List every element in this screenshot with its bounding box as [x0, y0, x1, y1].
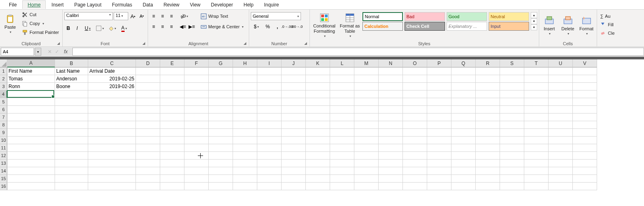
cell-M12[interactable]	[354, 152, 379, 160]
cell-N14[interactable]	[379, 167, 403, 175]
cell-T13[interactable]	[524, 160, 549, 167]
font-color-button[interactable]: A▾	[119, 24, 130, 32]
cell-I6[interactable]	[257, 106, 282, 114]
row-header-8[interactable]: 8	[0, 121, 7, 129]
cell-R10[interactable]	[476, 137, 500, 144]
cell-P11[interactable]	[427, 144, 451, 152]
currency-button[interactable]: $▾	[251, 23, 262, 31]
col-header-E[interactable]: E	[160, 59, 184, 67]
col-header-K[interactable]: K	[306, 59, 330, 67]
cell-L2[interactable]	[330, 75, 354, 83]
cell-F6[interactable]	[184, 106, 209, 114]
cell-L11[interactable]	[330, 144, 354, 152]
cell-K8[interactable]	[306, 121, 330, 129]
cell-S11[interactable]	[500, 144, 524, 152]
cell-L12[interactable]	[330, 152, 354, 160]
cell-Q9[interactable]	[451, 129, 476, 137]
cell-J4[interactable]	[282, 90, 306, 98]
cell-I13[interactable]	[257, 160, 282, 167]
cell-I10[interactable]	[257, 137, 282, 144]
cell-P16[interactable]	[427, 183, 451, 190]
style-normal[interactable]: Normal	[362, 12, 403, 21]
conditional-formatting-button[interactable]: Conditional Formatting▾	[311, 12, 337, 39]
cell-N8[interactable]	[379, 121, 403, 129]
cell-M16[interactable]	[354, 183, 379, 190]
enter-formula-icon[interactable]: ✓	[55, 49, 59, 55]
cell-B12[interactable]	[55, 152, 88, 160]
cell-A4[interactable]	[7, 90, 55, 98]
cell-D10[interactable]	[136, 137, 160, 144]
cell-C4[interactable]	[88, 90, 136, 98]
style-bad[interactable]: Bad	[405, 12, 445, 21]
cell-B14[interactable]	[55, 167, 88, 175]
cell-C1[interactable]: Arrival Date	[88, 67, 136, 75]
cell-B4[interactable]	[55, 90, 88, 98]
cell-E7[interactable]	[160, 114, 184, 121]
cell-A9[interactable]	[7, 129, 55, 137]
cell-D12[interactable]	[136, 152, 160, 160]
cell-I11[interactable]	[257, 144, 282, 152]
cell-M14[interactable]	[354, 167, 379, 175]
cell-G11[interactable]	[209, 144, 233, 152]
cell-F13[interactable]	[184, 160, 209, 167]
decrease-decimal-button[interactable]: .00→.0	[293, 23, 301, 31]
cell-Q4[interactable]	[451, 90, 476, 98]
number-launcher-icon[interactable]: ◢	[304, 41, 307, 45]
cell-Q3[interactable]	[451, 83, 476, 90]
cell-O2[interactable]	[403, 75, 427, 83]
row-header-11[interactable]: 11	[0, 144, 7, 152]
cell-E12[interactable]	[160, 152, 184, 160]
cell-Q6[interactable]	[451, 106, 476, 114]
cell-H16[interactable]	[233, 183, 257, 190]
cell-E4[interactable]	[160, 90, 184, 98]
cell-I4[interactable]	[257, 90, 282, 98]
cell-P4[interactable]	[427, 90, 451, 98]
cell-M9[interactable]	[354, 129, 379, 137]
cell-V8[interactable]	[573, 121, 597, 129]
cell-J8[interactable]	[282, 121, 306, 129]
cell-I3[interactable]	[257, 83, 282, 90]
cell-C13[interactable]	[88, 160, 136, 167]
styles-more[interactable]: ▾	[531, 24, 537, 30]
row-header-5[interactable]: 5	[0, 98, 7, 106]
col-header-N[interactable]: N	[379, 59, 403, 67]
cell-H3[interactable]	[233, 83, 257, 90]
cell-B10[interactable]	[55, 137, 88, 144]
cell-U11[interactable]	[549, 144, 573, 152]
cell-S12[interactable]	[500, 152, 524, 160]
cell-L14[interactable]	[330, 167, 354, 175]
cell-H10[interactable]	[233, 137, 257, 144]
cell-M6[interactable]	[354, 106, 379, 114]
cell-F15[interactable]	[184, 175, 209, 183]
cell-S9[interactable]	[500, 129, 524, 137]
cell-D16[interactable]	[136, 183, 160, 190]
styles-scroll-up[interactable]: ▴	[531, 12, 537, 18]
cell-G8[interactable]	[209, 121, 233, 129]
cell-O14[interactable]	[403, 167, 427, 175]
cell-L15[interactable]	[330, 175, 354, 183]
cell-B7[interactable]	[55, 114, 88, 121]
cell-F12[interactable]	[184, 152, 209, 160]
cell-U8[interactable]	[549, 121, 573, 129]
cell-D13[interactable]	[136, 160, 160, 167]
cell-T7[interactable]	[524, 114, 549, 121]
cell-U13[interactable]	[549, 160, 573, 167]
cell-E9[interactable]	[160, 129, 184, 137]
cell-F14[interactable]	[184, 167, 209, 175]
row-header-3[interactable]: 3	[0, 83, 7, 90]
cell-R1[interactable]	[476, 67, 500, 75]
cell-D3[interactable]	[136, 83, 160, 90]
cell-R7[interactable]	[476, 114, 500, 121]
cell-J2[interactable]	[282, 75, 306, 83]
cell-H1[interactable]	[233, 67, 257, 75]
cell-K12[interactable]	[306, 152, 330, 160]
cell-N1[interactable]	[379, 67, 403, 75]
cell-P1[interactable]	[427, 67, 451, 75]
cell-F7[interactable]	[184, 114, 209, 121]
cell-O3[interactable]	[403, 83, 427, 90]
cell-L3[interactable]	[330, 83, 354, 90]
cell-G1[interactable]	[209, 67, 233, 75]
percent-button[interactable]: %	[264, 23, 272, 31]
cell-Q12[interactable]	[451, 152, 476, 160]
align-left-button[interactable]: ≡	[150, 23, 158, 31]
